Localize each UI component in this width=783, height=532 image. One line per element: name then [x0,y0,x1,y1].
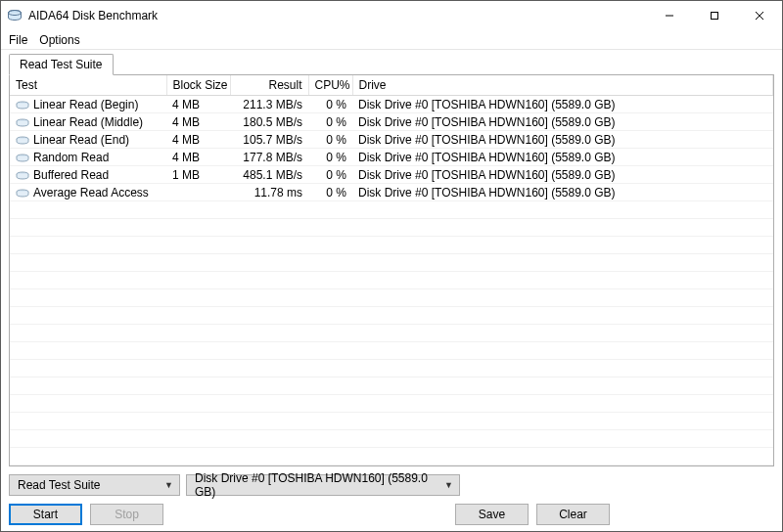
save-button[interactable]: Save [455,504,529,525]
disk-icon [16,100,29,110]
col-cpu[interactable]: CPU% [308,75,352,96]
cell-test: Linear Read (Middle) [10,113,166,131]
menu-bar: File Options [1,30,782,50]
content-area: Read Test Suite Test Block Size Result C… [1,50,782,532]
window-title: AIDA64 Disk Benchmark [28,9,647,22]
results-table: Test Block Size Result CPU% Drive Linear… [10,75,773,466]
table-row-empty [10,325,773,342]
cell-cpu: 0 % [308,166,352,184]
suite-select[interactable]: Read Test Suite ▼ [9,474,180,496]
col-test[interactable]: Test [10,75,166,96]
tab-read-test-suite[interactable]: Read Test Suite [9,54,114,75]
table-row-empty [10,395,773,413]
cell-drive: Disk Drive #0 [TOSHIBA HDWN160] (5589.0 … [352,184,773,201]
cell-drive: Disk Drive #0 [TOSHIBA HDWN160] (5589.0 … [352,131,773,149]
cell-cpu: 0 % [308,113,352,131]
table-row-empty [10,307,773,325]
cell-block: 4 MB [166,149,230,166]
cell-block [166,184,230,201]
table-row-empty [10,448,773,466]
menu-file[interactable]: File [5,31,35,49]
table-header-row: Test Block Size Result CPU% Drive [10,75,773,96]
table-row[interactable]: Buffered Read1 MB485.1 MB/s0 %Disk Drive… [10,166,773,184]
drive-select-value: Disk Drive #0 [TOSHIBA HDWN160] (5589.0 … [195,471,435,499]
cell-block: 4 MB [166,96,230,113]
table-row-empty [10,377,773,395]
disk-icon [16,170,29,180]
tab-strip: Read Test Suite [9,54,774,75]
bottom-controls: Read Test Suite ▼ Disk Drive #0 [TOSHIBA… [9,474,774,525]
cell-test: Buffered Read [10,166,166,184]
table-row-empty [10,360,773,377]
disk-icon [16,188,29,198]
drive-select[interactable]: Disk Drive #0 [TOSHIBA HDWN160] (5589.0 … [186,474,460,496]
col-result[interactable]: Result [230,75,308,96]
table-row[interactable]: Linear Read (Middle)4 MB180.5 MB/s0 %Dis… [10,113,773,131]
cell-test: Linear Read (Begin) [10,96,166,113]
title-bar: AIDA64 Disk Benchmark [1,1,782,30]
table-row[interactable]: Random Read4 MB177.8 MB/s0 %Disk Drive #… [10,149,773,166]
table-row-empty [10,254,773,272]
cell-block: 4 MB [166,113,230,131]
cell-drive: Disk Drive #0 [TOSHIBA HDWN160] (5589.0 … [352,96,773,113]
cell-result: 211.3 MB/s [230,96,308,113]
table-row[interactable]: Linear Read (End)4 MB105.7 MB/s0 %Disk D… [10,131,773,149]
cell-test: Average Read Access [10,184,166,201]
disk-icon [16,135,29,145]
disk-icon [16,117,29,127]
table-row-empty [10,272,773,289]
cell-cpu: 0 % [308,149,352,166]
stop-button: Stop [90,504,163,525]
table-row-empty [10,430,773,448]
cell-cpu: 0 % [308,184,352,201]
cell-cpu: 0 % [308,131,352,149]
col-drive[interactable]: Drive [352,75,773,96]
menu-options[interactable]: Options [35,31,87,49]
cell-block: 4 MB [166,131,230,149]
close-button[interactable] [737,1,782,30]
table-row-empty [10,413,773,430]
window-buttons [647,1,782,30]
cell-result: 105.7 MB/s [230,131,308,149]
chevron-down-icon: ▼ [164,480,173,490]
suite-select-value: Read Test Suite [18,478,101,492]
cell-cpu: 0 % [308,96,352,113]
table-row-empty [10,237,773,254]
cell-result: 180.5 MB/s [230,113,308,131]
cell-drive: Disk Drive #0 [TOSHIBA HDWN160] (5589.0 … [352,113,773,131]
cell-result: 177.8 MB/s [230,149,308,166]
cell-result: 485.1 MB/s [230,166,308,184]
start-button[interactable]: Start [9,504,82,525]
clear-button[interactable]: Clear [536,504,610,525]
cell-test: Random Read [10,149,166,166]
cell-test: Linear Read (End) [10,131,166,149]
cell-result: 11.78 ms [230,184,308,201]
tab-panel: Test Block Size Result CPU% Drive Linear… [9,74,774,466]
minimize-button[interactable] [647,1,692,30]
app-icon [7,8,23,23]
table-row[interactable]: Average Read Access11.78 ms0 %Disk Drive… [10,184,773,201]
cell-drive: Disk Drive #0 [TOSHIBA HDWN160] (5589.0 … [352,149,773,166]
table-row[interactable]: Linear Read (Begin)4 MB211.3 MB/s0 %Disk… [10,96,773,113]
col-block-size[interactable]: Block Size [166,75,230,96]
cell-block: 1 MB [166,166,230,184]
chevron-down-icon: ▼ [444,480,453,490]
table-row-empty [10,219,773,237]
table-row-empty [10,289,773,307]
disk-icon [16,153,29,162]
maximize-button[interactable] [692,1,737,30]
svg-rect-3 [712,13,718,20]
table-row-empty [10,342,773,360]
table-row-empty [10,201,773,219]
cell-drive: Disk Drive #0 [TOSHIBA HDWN160] (5589.0 … [352,166,773,184]
